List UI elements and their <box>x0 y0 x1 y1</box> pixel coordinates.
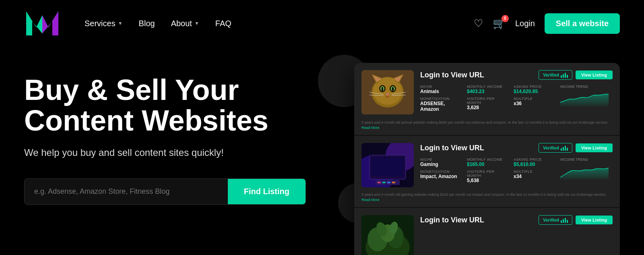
listing-content-2: Login to View URL Verified <box>420 143 613 187</box>
hero-subtitle: We help you buy and sell content sites q… <box>24 147 306 158</box>
logo[interactable] <box>24 7 60 39</box>
cart-icon[interactable]: 🛒 0 <box>493 17 506 30</box>
stat-income-2: Monthly Income $165.00 <box>467 158 510 167</box>
hero-right: Login to View URL Verified <box>306 59 620 255</box>
stat-visitors-1: Visitors per Month 3,628 <box>467 97 510 112</box>
listings-panel: Login to View URL Verified <box>354 63 620 255</box>
verified-badge-2: Verified <box>539 143 572 153</box>
cart-badge: 0 <box>502 15 509 22</box>
svg-rect-29 <box>387 182 390 183</box>
listing-title-1: Login to View URL <box>420 71 484 79</box>
listing-image-3 <box>361 215 414 255</box>
svg-point-11 <box>386 93 389 95</box>
gaming-image <box>361 143 414 187</box>
svg-rect-30 <box>392 182 395 183</box>
listing-image-2 <box>361 143 414 187</box>
hero-left: Buy & Sell Your Content Websites We help… <box>24 59 306 255</box>
stat-price-2: Asking Price $5,610.00 <box>514 158 556 167</box>
stat-monetization-1: Monetization ADSENSE, Amazon <box>420 97 463 112</box>
listing-card-1: Login to View URL Verified <box>354 63 620 136</box>
listing-desc-2: 3 years and 4 month old gaming website m… <box>354 192 620 207</box>
verified-badge-1: Verified <box>539 70 572 80</box>
stat-niche-2: Niche Gaming <box>420 158 463 167</box>
faq-nav-item[interactable]: FAQ <box>215 19 231 28</box>
bar-chart-icon-1 <box>561 72 568 78</box>
nature-image <box>361 215 414 255</box>
nav-links: Services ▼ Blog About ▼ FAQ <box>85 19 474 28</box>
view-listing-btn-1[interactable]: View Listing <box>576 70 613 79</box>
read-more-1[interactable]: Read More <box>361 126 380 130</box>
stat-price-1: Asking Price $14,620.85 <box>514 85 556 94</box>
read-more-2[interactable]: Read More <box>361 198 380 202</box>
services-nav-item[interactable]: Services ▼ <box>85 19 123 28</box>
listing-desc-1: 3 years and 4 month old animal website m… <box>354 120 620 135</box>
wishlist-icon[interactable]: ♡ <box>474 17 483 30</box>
income-trend-1: Income Trend <box>560 85 613 112</box>
svg-rect-28 <box>382 182 386 183</box>
stat-visitors-2: Visitors per Month 5,638 <box>467 170 510 183</box>
bar-chart-icon-3 <box>561 217 568 223</box>
stat-monetization-2: Monetization Impact, Amazon <box>420 170 463 183</box>
svg-rect-25 <box>372 157 404 176</box>
blog-nav-item[interactable]: Blog <box>139 19 155 28</box>
stat-multiple-1: Multiple x36 <box>514 97 556 112</box>
listing-card-2: Login to View URL Verified <box>354 136 620 208</box>
view-listing-btn-2[interactable]: View Listing <box>576 143 613 152</box>
listing-title-3: Login to View URL <box>420 216 484 224</box>
listing-card-3: Login to View URL Verified <box>354 208 620 255</box>
nav-right: ♡ 🛒 0 Login Sell a website <box>474 13 620 34</box>
listing-title-2: Login to View URL <box>420 144 484 152</box>
about-nav-item[interactable]: About ▼ <box>171 19 199 28</box>
bar-chart-icon-2 <box>561 145 568 151</box>
listing-content-1: Login to View URL Verified <box>420 70 613 115</box>
svg-point-10 <box>392 87 394 91</box>
svg-point-9 <box>382 87 383 91</box>
listing-image-1 <box>361 70 414 114</box>
navbar: Services ▼ Blog About ▼ FAQ ♡ 🛒 0 Login … <box>0 0 644 47</box>
about-chevron-icon: ▼ <box>194 21 199 26</box>
verified-badge-3: Verified <box>539 215 572 225</box>
hero-section: Buy & Sell Your Content Websites We help… <box>0 47 644 255</box>
svg-rect-27 <box>378 182 381 183</box>
services-chevron-icon: ▼ <box>118 21 123 26</box>
sell-website-button[interactable]: Sell a website <box>545 13 620 34</box>
svg-marker-1 <box>42 11 58 35</box>
stat-income-1: Monthly Income $403.23 <box>467 85 510 94</box>
listing-content-3: Login to View URL Verified <box>420 215 613 255</box>
search-bar: Find Listing <box>24 178 306 205</box>
hero-title: Buy & Sell Your Content Websites <box>24 75 306 136</box>
login-button[interactable]: Login <box>515 19 535 28</box>
search-input[interactable] <box>25 179 228 204</box>
view-listing-btn-3[interactable]: View Listing <box>576 216 613 224</box>
income-trend-2: Income Trend <box>560 158 613 183</box>
stat-multiple-2: Multiple x34 <box>514 170 556 183</box>
cat-image <box>361 70 414 114</box>
stat-niche-1: Niche Animals <box>420 85 463 94</box>
find-listing-button[interactable]: Find Listing <box>228 179 305 204</box>
